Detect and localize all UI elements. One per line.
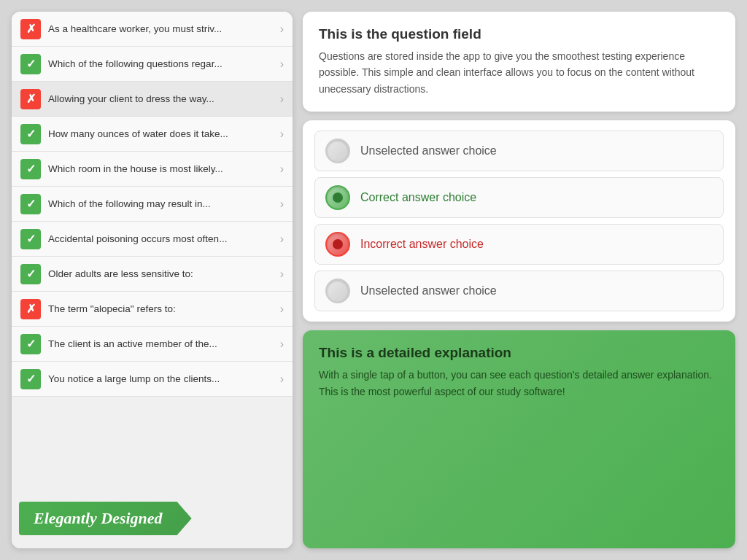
- explanation-card: This is a detailed explanation With a si…: [303, 330, 735, 548]
- question-text: How many ounces of water does it take...: [48, 128, 273, 139]
- radio-button[interactable]: [325, 279, 350, 303]
- radio-button[interactable]: [325, 185, 350, 210]
- question-item[interactable]: ✓Accidental poisoning occurs most often.…: [12, 222, 293, 257]
- right-panel: This is the question field Questions are…: [303, 12, 735, 548]
- question-item[interactable]: ✗The term "alopecia" refers to:›: [12, 292, 293, 327]
- chevron-right-icon: ›: [280, 198, 284, 211]
- check-icon: ✓: [20, 124, 41, 144]
- explanation-body: With a single tap of a button, you can s…: [319, 367, 719, 400]
- question-text: Which of the following questions regar..…: [48, 58, 273, 69]
- chevron-right-icon: ›: [280, 93, 284, 106]
- question-text: Older adults are less sensitive to:: [48, 268, 273, 279]
- question-item[interactable]: ✓Which of the following may result in...…: [12, 187, 293, 222]
- chevron-right-icon: ›: [280, 233, 284, 246]
- check-icon: ✓: [20, 194, 41, 214]
- question-text: You notice a large lump on the clients..…: [48, 373, 273, 384]
- question-item[interactable]: ✗As a healthcare worker, you must striv.…: [12, 12, 293, 47]
- answer-label: Unselected answer choice: [360, 284, 497, 298]
- x-icon: ✗: [20, 89, 41, 109]
- question-text: The term "alopecia" refers to:: [48, 303, 273, 314]
- answer-item[interactable]: Correct answer choice: [314, 177, 724, 218]
- check-icon: ✓: [20, 369, 41, 389]
- explanation-title: This is a detailed explanation: [319, 345, 719, 361]
- question-text: Accidental poisoning occurs most often..…: [48, 233, 273, 244]
- banner-ribbon-text: Elegantly Designed: [19, 502, 192, 535]
- question-item[interactable]: ✓Which of the following questions regar.…: [12, 47, 293, 82]
- check-icon: ✓: [20, 229, 41, 249]
- check-icon: ✓: [20, 334, 41, 354]
- question-item[interactable]: ✓Older adults are less sensitive to:›: [12, 257, 293, 292]
- answer-item[interactable]: Incorrect answer choice: [314, 224, 724, 265]
- answer-label: Correct answer choice: [360, 191, 476, 204]
- radio-button[interactable]: [325, 139, 350, 163]
- chevron-right-icon: ›: [280, 303, 284, 316]
- question-text: As a healthcare worker, you must striv..…: [48, 23, 273, 34]
- question-item[interactable]: ✗Allowing your client to dress the way..…: [12, 82, 293, 117]
- question-item[interactable]: ✓Which room in the house is most likely.…: [12, 152, 293, 187]
- question-card: This is the question field Questions are…: [303, 12, 735, 112]
- x-icon: ✗: [20, 19, 41, 39]
- answer-item[interactable]: Unselected answer choice: [314, 131, 724, 171]
- answer-label: Unselected answer choice: [360, 144, 497, 158]
- question-text: Allowing your client to dress the way...: [48, 93, 273, 104]
- chevron-right-icon: ›: [280, 163, 284, 176]
- check-icon: ✓: [20, 159, 41, 179]
- chevron-right-icon: ›: [280, 373, 284, 386]
- question-text: Which of the following may result in...: [48, 198, 273, 209]
- question-item[interactable]: ✓You notice a large lump on the clients.…: [12, 362, 293, 397]
- answers-card: Unselected answer choiceCorrect answer c…: [303, 120, 735, 322]
- check-icon: ✓: [20, 54, 41, 74]
- question-list-panel: ✗As a healthcare worker, you must striv.…: [12, 12, 293, 548]
- answer-label: Incorrect answer choice: [360, 238, 484, 251]
- question-item[interactable]: ✓How many ounces of water does it take..…: [12, 117, 293, 152]
- chevron-right-icon: ›: [280, 23, 284, 36]
- check-icon: ✓: [20, 264, 41, 284]
- question-card-body: Questions are stored inside the app to g…: [319, 48, 719, 97]
- elegantly-banner: Elegantly Designed: [12, 468, 293, 548]
- question-card-title: This is the question field: [319, 26, 719, 42]
- radio-button[interactable]: [325, 232, 350, 257]
- chevron-right-icon: ›: [280, 58, 284, 71]
- x-icon: ✗: [20, 299, 41, 319]
- chevron-right-icon: ›: [280, 338, 284, 351]
- question-text: The client is an active member of the...: [48, 338, 273, 349]
- question-text: Which room in the house is most likely..…: [48, 163, 273, 174]
- answer-item[interactable]: Unselected answer choice: [314, 271, 724, 311]
- question-item[interactable]: ✓The client is an active member of the..…: [12, 327, 293, 362]
- chevron-right-icon: ›: [280, 268, 284, 281]
- chevron-right-icon: ›: [280, 128, 284, 141]
